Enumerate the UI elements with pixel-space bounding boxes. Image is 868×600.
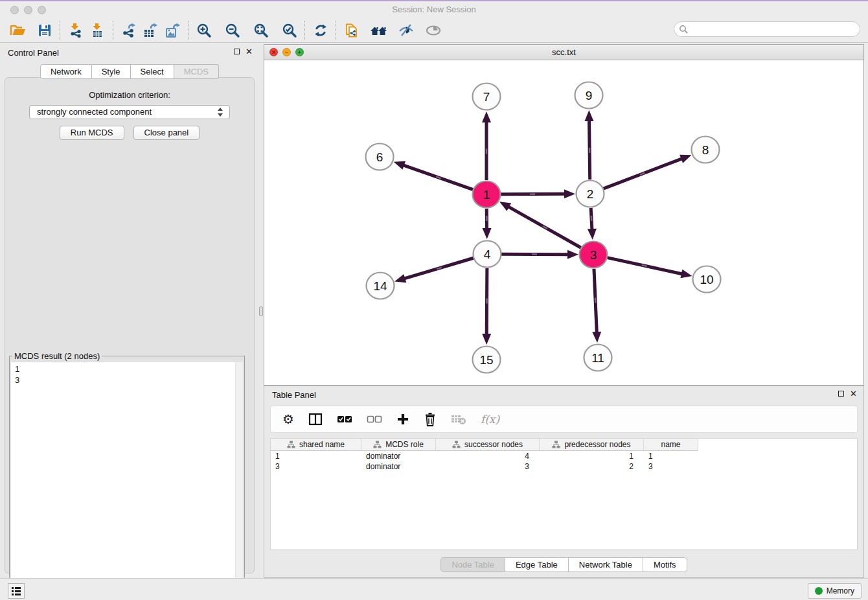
node-table[interactable]: shared nameMCDS rolesuccessor nodesprede… <box>270 438 858 550</box>
float-panel-icon[interactable] <box>234 49 240 54</box>
table-cell[interactable]: 1 <box>540 451 644 461</box>
delete-row-icon[interactable] <box>424 412 437 426</box>
close-panel-button[interactable]: Close panel <box>133 126 200 140</box>
table-cell[interactable]: 3 <box>271 461 361 472</box>
graph-node-6[interactable]: 6 <box>366 144 394 170</box>
graph-edge-arrow <box>483 228 492 239</box>
column-header-predecessor-nodes[interactable]: predecessor nodes <box>540 439 644 451</box>
toolbar-separator <box>336 21 337 40</box>
column-header-name[interactable]: name <box>644 439 698 451</box>
close-panel-icon[interactable]: ✕ <box>246 48 253 55</box>
close-table-panel-icon[interactable]: ✕ <box>850 390 857 397</box>
tab-motifs[interactable]: Motifs <box>643 557 687 572</box>
tab-edge-table[interactable]: Edge Table <box>505 557 569 572</box>
hide-selected-icon[interactable] <box>395 20 417 41</box>
column-header-label: successor nodes <box>464 440 523 449</box>
graph-edge-arrow <box>482 111 491 122</box>
float-table-panel-icon[interactable] <box>838 391 844 397</box>
graph-node-2[interactable]: 2 <box>577 181 604 207</box>
graph-node-14[interactable]: 14 <box>367 273 394 299</box>
column-header-successor-nodes[interactable]: successor nodes <box>436 439 540 451</box>
table-cell[interactable]: 3 <box>436 461 540 472</box>
duplicate-network-icon[interactable] <box>341 20 363 41</box>
tab-node-table[interactable]: Node Table <box>440 557 505 572</box>
graph-node-8[interactable]: 8 <box>692 137 720 163</box>
tab-select[interactable]: Select <box>131 64 174 79</box>
graph-edge-arrow <box>585 110 594 121</box>
tab-network[interactable]: Network <box>40 64 92 79</box>
graph-node-11[interactable]: 11 <box>584 345 612 371</box>
zoom-fit-icon[interactable] <box>250 20 272 41</box>
refresh-icon[interactable] <box>310 20 332 41</box>
graph-node-4[interactable]: 4 <box>474 241 501 268</box>
table-row[interactable]: 3dominator323 <box>271 461 857 472</box>
run-mcds-button[interactable]: Run MCDS <box>60 126 124 140</box>
zoom-selected-icon[interactable] <box>279 20 301 41</box>
table-tabs: Node TableEdge TableNetwork TableMotifs <box>264 557 863 572</box>
table-cell[interactable]: dominator <box>361 461 436 472</box>
tab-mcds[interactable]: MCDS <box>174 64 219 79</box>
main-toolbar <box>0 18 868 43</box>
graph-edge-arrow <box>482 334 491 345</box>
search-input[interactable] <box>690 23 854 37</box>
search-box[interactable] <box>674 21 860 37</box>
import-network-icon[interactable] <box>65 20 87 41</box>
table-cell[interactable]: 3 <box>644 461 698 472</box>
result-scrollbar[interactable] <box>235 362 243 586</box>
titlebar: Session: New Session <box>0 1 868 18</box>
panel-divider[interactable] <box>259 44 264 578</box>
panel-list-button[interactable] <box>8 583 25 599</box>
graph-edge-arrow <box>588 229 597 240</box>
delete-table-icon[interactable] <box>451 413 466 426</box>
table-cell[interactable]: 2 <box>540 461 644 472</box>
zoom-out-icon[interactable] <box>222 20 244 41</box>
table-cell[interactable]: dominator <box>361 451 436 461</box>
column-header-mcds-role[interactable]: MCDS role <box>361 439 436 451</box>
import-table-icon[interactable] <box>87 20 109 41</box>
show-all-icon[interactable] <box>422 20 444 41</box>
graph-node-9[interactable]: 9 <box>575 82 603 109</box>
graph-edge-arrow <box>394 161 405 170</box>
list-icon <box>10 585 22 597</box>
mcds-result-list[interactable]: 13 <box>11 362 243 586</box>
graph-node-1[interactable]: 1 <box>473 181 501 208</box>
graph-edge-arrow <box>394 274 406 283</box>
network-canvas[interactable]: 1234678910111415 <box>264 60 863 385</box>
table-columns-icon[interactable] <box>308 412 323 426</box>
export-table-icon[interactable] <box>140 20 162 41</box>
table-settings-icon[interactable]: ⚙ <box>282 413 294 426</box>
graph-node-3[interactable]: 3 <box>580 242 608 268</box>
graph-edge-label <box>642 265 647 266</box>
graph-node-label: 7 <box>483 90 490 104</box>
table-row[interactable]: 1dominator411 <box>271 451 857 461</box>
network-window-titlebar[interactable]: ✕ − + scc.txt <box>264 45 863 60</box>
optimization-criterion-label: Optimization criterion: <box>5 90 254 100</box>
add-row-icon[interactable] <box>396 413 409 426</box>
graph-node-label: 1 <box>483 188 490 202</box>
zoom-in-icon[interactable] <box>193 20 215 41</box>
deselect-all-icon[interactable] <box>367 414 382 424</box>
function-builder-icon[interactable]: f(x) <box>481 413 499 426</box>
graph-node-15[interactable]: 15 <box>473 347 501 373</box>
memory-button[interactable]: Memory <box>808 583 862 599</box>
graph-node-7[interactable]: 7 <box>473 84 501 110</box>
column-header-shared-name[interactable]: shared name <box>271 439 361 451</box>
tab-network-table[interactable]: Network Table <box>569 557 643 572</box>
export-image-icon[interactable] <box>162 20 184 41</box>
export-network-icon[interactable] <box>118 20 140 41</box>
graph-node-10[interactable]: 10 <box>693 266 721 293</box>
control-panel: Control Panel ✕ NetworkStyleSelectMCDS O… <box>0 44 259 578</box>
save-session-icon[interactable] <box>34 20 56 41</box>
criterion-dropdown[interactable]: strongly connected component <box>29 105 230 119</box>
memory-status-icon <box>815 587 823 595</box>
table-cell[interactable]: 4 <box>436 451 540 461</box>
divider-grip[interactable] <box>259 306 263 316</box>
home-icon[interactable] <box>368 20 390 41</box>
application-window: Session: New Session <box>0 0 868 600</box>
graph-node-label: 2 <box>587 187 594 201</box>
table-cell[interactable]: 1 <box>271 451 361 461</box>
open-session-icon[interactable] <box>6 20 29 41</box>
tab-style[interactable]: Style <box>92 64 131 79</box>
table-cell[interactable]: 1 <box>644 451 698 461</box>
select-all-icon[interactable] <box>337 414 352 424</box>
